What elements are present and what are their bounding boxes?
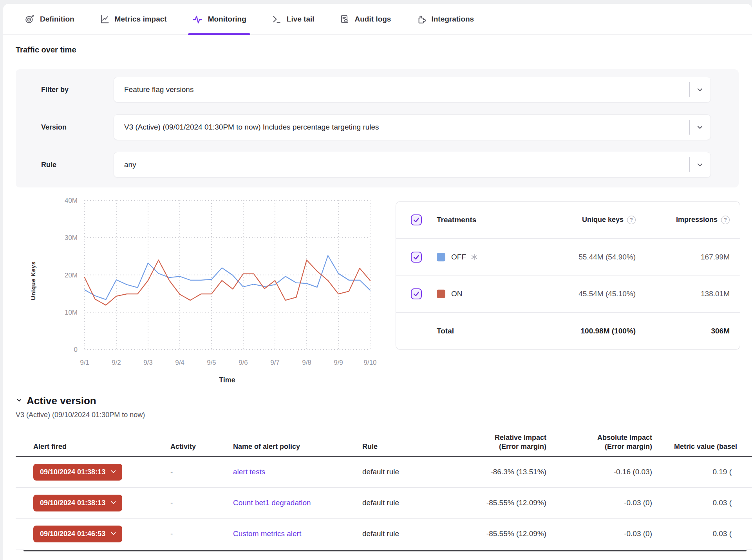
default-treatment-asterisk-icon xyxy=(470,253,478,261)
chevron-down-icon[interactable] xyxy=(689,77,710,102)
svg-text:9/8: 9/8 xyxy=(302,359,311,366)
absolute-impact-cell: -0.16 (0.03) xyxy=(546,468,652,476)
active-version-title: Active version xyxy=(27,395,96,407)
relative-impact-cell: -85.55% (12.09%) xyxy=(441,499,546,507)
svg-text:40M: 40M xyxy=(65,197,78,204)
activity-cell: - xyxy=(170,468,233,476)
svg-text:9/9: 9/9 xyxy=(334,359,343,366)
relative-impact-cell: -86.3% (13.51%) xyxy=(441,468,546,476)
filter-row-filter-by: Filter by Feature flag versions xyxy=(16,77,739,102)
off-checkbox[interactable] xyxy=(411,252,422,263)
absolute-impact-cell: -0.03 (0) xyxy=(546,529,652,538)
chevron-down-icon xyxy=(16,397,23,405)
tab-metrics-impact[interactable]: Metrics impact xyxy=(99,4,167,34)
col-absolute-impact: Absolute Impact (Error margin) xyxy=(546,433,652,451)
horizontal-scrollbar[interactable] xyxy=(24,550,747,551)
alert-policy-link[interactable]: Count bet1 degradation xyxy=(233,499,311,507)
active-version-toggle[interactable]: Active version xyxy=(16,395,752,407)
document-search-icon xyxy=(340,14,350,24)
metrics-chart-icon xyxy=(99,14,110,24)
absolute-impact-cell: -0.03 (0) xyxy=(546,499,652,507)
treatment-row-on: ON 45.54M (45.10%) 138.01M xyxy=(396,276,740,313)
alerts-table: Alert fired Activity Name of alert polic… xyxy=(16,429,752,551)
chevron-down-icon xyxy=(110,470,116,474)
help-icon[interactable]: ? xyxy=(627,216,636,224)
alert-fired-badge[interactable]: 09/10/2024 01:38:13 xyxy=(33,464,122,481)
svg-text:30M: 30M xyxy=(65,234,78,241)
alerts-table-header: Alert fired Activity Name of alert polic… xyxy=(16,429,752,457)
y-axis-title: Unique Keys xyxy=(30,261,36,300)
x-axis-title: Time xyxy=(219,376,235,384)
help-icon[interactable]: ? xyxy=(721,216,730,224)
select-all-checkbox[interactable] xyxy=(411,214,422,225)
rule-value: any xyxy=(124,160,136,169)
total-label: Total xyxy=(437,327,506,335)
col-rule: Rule xyxy=(362,442,441,451)
svg-text:9/10: 9/10 xyxy=(363,359,376,366)
on-checkbox[interactable] xyxy=(411,288,422,299)
svg-text:9/3: 9/3 xyxy=(143,359,153,366)
on-color-swatch xyxy=(437,290,445,298)
tab-integrations[interactable]: Integrations xyxy=(416,4,474,34)
filter-by-dropdown[interactable]: Feature flag versions xyxy=(114,77,711,103)
tab-audit-logs[interactable]: Audit logs xyxy=(340,4,391,34)
terminal-icon xyxy=(271,14,282,24)
rule-cell: default rule xyxy=(362,468,441,476)
col-activity: Activity xyxy=(170,442,233,451)
tab-label: Metrics impact xyxy=(115,15,167,23)
tab-live-tail[interactable]: Live tail xyxy=(271,4,315,34)
chevron-down-icon xyxy=(110,532,116,536)
activity-cell: - xyxy=(170,499,233,507)
treatment-name: OFF xyxy=(451,253,466,261)
monitoring-pulse-icon xyxy=(192,14,203,25)
alert-row: 09/10/2024 01:46:53 - Custom metrics ale… xyxy=(16,519,752,549)
filter-row-rule: Rule any xyxy=(16,152,739,177)
tab-label: Monitoring xyxy=(208,15,246,23)
alert-policy-link[interactable]: alert tests xyxy=(233,468,265,476)
svg-text:9/6: 9/6 xyxy=(239,359,248,366)
alert-fired-badge[interactable]: 09/10/2024 01:46:53 xyxy=(33,526,122,542)
treatments-header: Treatments xyxy=(437,216,506,224)
col-metric-value: Metric value (basel xyxy=(652,442,752,451)
svg-text:0: 0 xyxy=(74,346,78,353)
tab-bar: Definition Metrics impact Monitoring xyxy=(3,4,752,35)
svg-text:10M: 10M xyxy=(65,309,78,316)
svg-text:9/4: 9/4 xyxy=(175,359,184,366)
on-unique-keys: 45.54M (45.10%) xyxy=(506,290,636,298)
treatments-header-row: Treatments Unique keys ? Impressions ? xyxy=(396,202,740,239)
tab-label: Live tail xyxy=(287,15,315,23)
version-dropdown[interactable]: V3 (Active) (09/01/2024 01:30PM to now) … xyxy=(114,114,711,140)
chevron-down-icon xyxy=(110,501,116,505)
traffic-chart-svg: 9/19/29/39/49/59/69/79/89/99/10010M20M30… xyxy=(16,195,392,391)
tab-monitoring[interactable]: Monitoring xyxy=(192,4,246,34)
rule-dropdown[interactable]: any xyxy=(114,152,711,178)
alert-policy-link[interactable]: Custom metrics alert xyxy=(233,529,301,538)
puzzle-icon xyxy=(416,14,426,24)
filter-by-label: Filter by xyxy=(16,86,114,94)
off-impressions: 167.99M xyxy=(636,253,730,261)
col-relative-impact: Relative Impact (Error margin) xyxy=(441,433,546,451)
metric-value-cell: 0.19 ( xyxy=(652,468,752,476)
chevron-down-icon[interactable] xyxy=(689,152,710,177)
treatments-panel: Treatments Unique keys ? Impressions ? xyxy=(396,201,740,350)
alert-row: 09/10/2024 01:38:13 - alert tests defaul… xyxy=(16,457,752,488)
metric-value-cell: 0.03 ( xyxy=(652,499,752,507)
relative-impact-cell: -85.55% (12.09%) xyxy=(441,529,546,538)
tab-definition[interactable]: Definition xyxy=(25,4,74,34)
tab-label: Integrations xyxy=(431,15,474,23)
unique-keys-header: Unique keys xyxy=(582,216,624,224)
svg-text:9/2: 9/2 xyxy=(112,359,121,366)
svg-text:9/5: 9/5 xyxy=(207,359,216,366)
tab-label: Definition xyxy=(40,15,74,23)
traffic-chart: 9/19/29/39/49/59/69/79/89/99/10010M20M30… xyxy=(16,195,392,391)
filter-panel: Filter by Feature flag versions Version … xyxy=(16,69,739,187)
off-unique-keys: 55.44M (54.90%) xyxy=(506,253,636,261)
impressions-header: Impressions xyxy=(676,216,718,224)
svg-text:9/1: 9/1 xyxy=(80,359,89,366)
chevron-down-icon[interactable] xyxy=(689,115,710,140)
version-value: V3 (Active) (09/01/2024 01:30PM to now) … xyxy=(124,123,379,131)
total-impressions: 306M xyxy=(636,327,730,335)
filter-row-version: Version V3 (Active) (09/01/2024 01:30PM … xyxy=(16,115,739,140)
alert-fired-badge[interactable]: 09/10/2024 01:38:13 xyxy=(33,495,122,511)
col-policy: Name of alert policy xyxy=(233,442,362,451)
